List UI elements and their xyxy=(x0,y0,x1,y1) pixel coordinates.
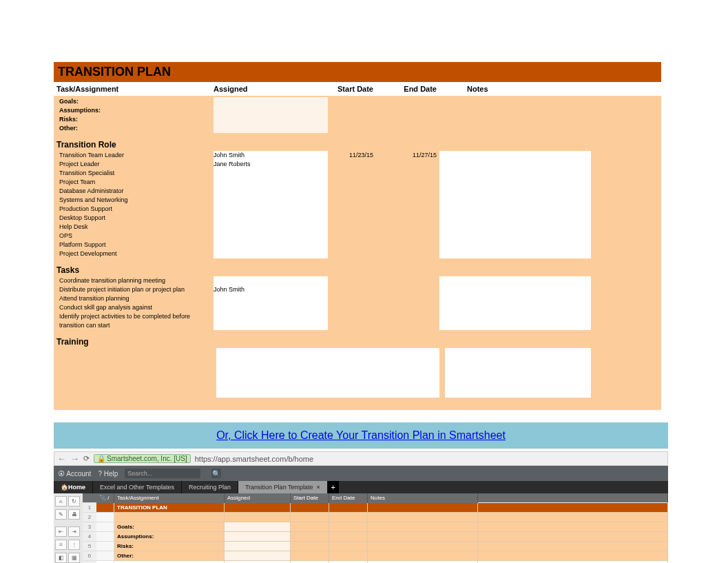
label-risks: Risks: xyxy=(56,115,214,124)
gridcol-start[interactable]: Start Date xyxy=(291,493,329,503)
toolbar-button[interactable]: ◧ xyxy=(55,553,67,563)
role-name: Desktop Support xyxy=(56,214,214,223)
row-num[interactable]: 6 xyxy=(83,551,96,561)
role-name: Systems and Networking xyxy=(56,196,214,205)
document-title: TRANSITION PLAN xyxy=(54,62,661,82)
task-assigned: John Smith xyxy=(214,285,328,294)
col-end: End Date xyxy=(376,85,439,93)
help-menu[interactable]: ? Help xyxy=(98,470,118,478)
row-num[interactable]: 2 xyxy=(83,513,96,522)
spreadsheet-grid[interactable]: 📎 / ⚑ Task/Assignment Assigned Start Dat… xyxy=(96,493,668,563)
reload-icon[interactable]: ⟳ xyxy=(83,454,90,463)
add-tab-button[interactable]: + xyxy=(328,481,339,493)
role-name: Database Administrator xyxy=(56,187,214,196)
toolbar-button[interactable]: ⎌ xyxy=(55,496,67,506)
role-name: Project Leader xyxy=(56,160,214,169)
tab-transition-plan[interactable]: Transition Plan Template × xyxy=(238,481,328,493)
role-end: 11/27/15 xyxy=(376,151,439,160)
grid-other[interactable]: Other: xyxy=(114,551,225,561)
role-name: Platform Support xyxy=(56,240,214,249)
search-icon[interactable]: 🔍 xyxy=(211,469,221,478)
row-num[interactable]: 5 xyxy=(83,542,96,551)
forward-icon[interactable]: → xyxy=(70,453,79,464)
grid-risks[interactable]: Risks: xyxy=(114,542,225,551)
task-name: Distribute project initiation plan or pr… xyxy=(56,285,214,294)
account-menu[interactable]: ⦿ Account xyxy=(58,470,91,478)
grid-goals[interactable]: Goals: xyxy=(114,522,225,532)
browser-address-bar: ← → ⟳ 🔒Smartsheet.com, Inc. [US] https:/… xyxy=(54,451,668,466)
gridcol-attach[interactable]: 📎 / ⚑ xyxy=(96,493,114,503)
cta-link[interactable]: Or, Click Here to Create Your Transition… xyxy=(216,429,506,441)
column-headers: Task/Assignment Assigned Start Date End … xyxy=(54,82,661,96)
row-num[interactable]: 4 xyxy=(83,532,96,542)
training-notes-box xyxy=(445,348,591,398)
role-name: Transition Specialist xyxy=(56,169,214,178)
toolbar-button[interactable]: ⇥ xyxy=(68,526,80,537)
training-assigned-box xyxy=(216,348,439,398)
toolbar-button[interactable]: ≡ xyxy=(55,540,67,550)
section-training: Training xyxy=(56,330,658,348)
tab-recruiting[interactable]: Recruiting Plan xyxy=(182,481,238,493)
gridcol-task[interactable]: Task/Assignment xyxy=(114,493,225,503)
ssl-badge: 🔒Smartsheet.com, Inc. [US] xyxy=(94,454,191,463)
role-name: Project Development xyxy=(56,249,214,258)
task-name: Conduct skill gap analysis against xyxy=(56,303,214,312)
role-name: Transition Team Leader xyxy=(56,151,214,160)
back-icon[interactable]: ← xyxy=(57,453,66,464)
label-goals: Goals: xyxy=(56,97,214,106)
cell xyxy=(214,97,328,106)
gridcol-end[interactable]: End Date xyxy=(329,493,368,503)
gridcol-assigned[interactable]: Assigned xyxy=(225,493,291,503)
toolbar-button[interactable]: ▦ xyxy=(68,553,80,563)
toolbar-button[interactable]: ↻ xyxy=(68,496,80,506)
col-notes: Notes xyxy=(439,85,661,93)
label-assumptions: Assumptions: xyxy=(56,106,214,115)
toolbar-sidebar: ⎌↻ ✎🖶 ⇤⇥ ≡⋮ ◧▦ Arial ▾ 10 ▾+ xyxy=(54,493,83,563)
lock-icon: 🔒 xyxy=(97,455,105,462)
section-transition-role: Transition Role xyxy=(56,133,658,151)
role-assigned: Jane Roberts xyxy=(214,160,328,169)
task-name: Coordinate transition planning meeting xyxy=(56,276,214,285)
cell xyxy=(214,106,328,115)
row-num[interactable]: 1 xyxy=(83,503,96,513)
url-text[interactable]: https://app.smartsheet.com/b/home xyxy=(195,455,313,463)
col-assigned: Assigned xyxy=(214,85,328,93)
cell xyxy=(214,115,328,124)
row-num[interactable]: 3 xyxy=(83,522,96,532)
role-name: Help Desk xyxy=(56,223,214,232)
task-name: Identify project activities to be comple… xyxy=(56,312,214,330)
search-input[interactable]: Search... xyxy=(125,469,200,478)
task-assigned xyxy=(214,276,328,285)
toolbar-button[interactable]: ✎ xyxy=(55,509,67,520)
col-start: Start Date xyxy=(328,85,376,93)
role-name: Project Team xyxy=(56,178,214,187)
col-task: Task/Assignment xyxy=(54,85,214,93)
section-tasks: Tasks xyxy=(56,258,658,276)
grid-title[interactable]: TRANSITION PLAN xyxy=(114,503,225,513)
toolbar-button[interactable]: ⇤ xyxy=(55,526,67,537)
row-numbers: 1 2 3 4 5 6 7 xyxy=(83,493,96,563)
role-assigned: John Smith xyxy=(214,151,328,160)
role-notes xyxy=(439,151,591,160)
grid-assumptions[interactable]: Assumptions: xyxy=(114,532,225,542)
toolbar-button[interactable]: ⋮ xyxy=(68,540,80,550)
gridcol-notes[interactable]: Notes xyxy=(368,493,478,503)
role-name: Production Support xyxy=(56,205,214,214)
toolbar-button[interactable]: 🖶 xyxy=(68,509,80,520)
role-start: 11/23/15 xyxy=(328,151,376,160)
role-name: OPS xyxy=(56,232,214,240)
tab-home[interactable]: 🏠 Home xyxy=(54,481,93,493)
label-other: Other: xyxy=(56,124,214,133)
cta-banner: Or, Click Here to Create Your Transition… xyxy=(54,422,668,449)
cell xyxy=(214,124,328,133)
tab-excel-templates[interactable]: Excel and Other Templates xyxy=(93,481,182,493)
task-name: Attend transition planning xyxy=(56,294,214,303)
smartsheet-app: ⦿ Account ? Help Search... 🔍 🏠 Home Exce… xyxy=(54,466,668,563)
